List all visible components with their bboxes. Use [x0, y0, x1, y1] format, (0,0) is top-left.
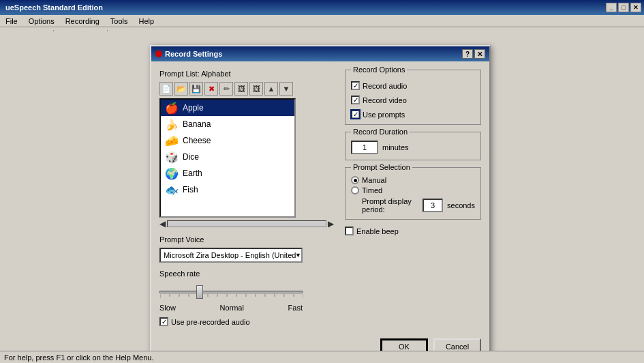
menu-options[interactable]: Options [26, 16, 57, 26]
record-audio-row: ✓ Record audio [351, 81, 475, 90]
list-item[interactable]: 🍎 Apple [161, 100, 294, 116]
list-img2-btn[interactable]: 🖼 [249, 82, 263, 96]
record-options-group: Record Options ✓ Record audio ✓ Record v… [345, 70, 481, 125]
item-icon-fish: 🐟 [165, 183, 179, 197]
menu-tools[interactable]: Tools [108, 16, 131, 26]
timed-row: Timed [351, 186, 475, 194]
list-toolbar: 📄 📂 💾 ✖ ✏ 🖼 🖼 ▲ ▼ [159, 82, 334, 96]
prompt-selection-title: Prompt Selection [351, 163, 412, 171]
duration-input[interactable] [351, 141, 378, 154]
speech-rate-section: Speech rate [159, 270, 334, 312]
period-label: Prompt display period: [362, 197, 418, 214]
dialog-title: Record Settings [165, 50, 222, 58]
record-audio-checkbox[interactable]: ✓ [351, 81, 360, 90]
main-content: Record Settings ? ✕ Prompt List: Alphabe… [0, 31, 644, 351]
use-prompts-checkbox[interactable]: ✓ [351, 110, 360, 119]
prompt-voice-label: Prompt Voice [159, 235, 334, 244]
right-panel: Record Options ✓ Record audio ✓ Record v… [345, 70, 481, 326]
record-duration-content: minutes [351, 141, 475, 154]
list-down-btn[interactable]: ▼ [279, 82, 293, 96]
prompt-selection-content: Manual Timed Prompt display period: seco… [351, 176, 475, 214]
close-app-button[interactable]: ✕ [630, 3, 641, 12]
list-delete-btn[interactable]: ✖ [204, 82, 218, 96]
list-edit-btn[interactable]: ✏ [219, 82, 233, 96]
enable-beep-row: Enable beep [345, 227, 481, 235]
record-video-checkbox[interactable]: ✓ [351, 96, 360, 104]
slider-track [159, 291, 303, 293]
slider-ticks [160, 294, 303, 301]
item-label: Fish [183, 185, 198, 194]
enable-beep-label: Enable beep [356, 227, 399, 235]
prompt-list-label: Prompt List: Alphabet [159, 70, 334, 78]
period-row: Prompt display period: seconds [362, 197, 475, 214]
prerecorded-label: Use pre-recorded audio [171, 318, 250, 326]
title-bar-controls: _ □ ✕ [606, 3, 641, 12]
list-left-arrow[interactable]: ◀ [159, 219, 166, 229]
item-icon-cheese: 🧀 [165, 134, 179, 147]
record-settings-dialog: Record Settings ? ✕ Prompt List: Alphabe… [150, 45, 491, 362]
app-title: ueSpeech Standard Edition [3, 3, 103, 12]
menu-file[interactable]: File [3, 16, 20, 26]
slider-labels: Slow Normal Fast [159, 304, 303, 312]
item-icon-banana: 🍌 [165, 117, 179, 131]
prerecorded-checkbox[interactable]: ✓ [159, 317, 168, 326]
item-label: Dice [183, 152, 199, 162]
maximize-button[interactable]: □ [618, 3, 629, 12]
speech-rate-thumb[interactable] [196, 285, 203, 299]
dialog-body: Prompt List: Alphabet 📄 📂 💾 ✖ ✏ 🖼 🖼 ▲ ▼ [151, 61, 489, 334]
list-new-btn[interactable]: 📄 [159, 82, 173, 96]
speech-rate-slider-container [159, 282, 303, 302]
record-options-content: ✓ Record audio ✓ Record video ✓ Use prom… [351, 81, 475, 119]
menu-help[interactable]: Help [136, 16, 157, 26]
list-image-btn[interactable]: 🖼 [234, 82, 248, 96]
enable-beep-checkbox[interactable] [345, 227, 354, 235]
item-label: Apple [183, 103, 204, 113]
duration-unit: minutes [382, 143, 409, 151]
period-input[interactable] [423, 199, 443, 212]
duration-row: minutes [351, 141, 475, 154]
item-icon-dice: 🎲 [165, 150, 179, 164]
list-item[interactable]: 🌍 Earth [161, 165, 294, 182]
list-right-arrow[interactable]: ▶ [328, 219, 334, 229]
list-item[interactable]: 🍌 Banana [161, 116, 294, 132]
left-panel: Prompt List: Alphabet 📄 📂 💾 ✖ ✏ 🖼 🖼 ▲ ▼ [159, 70, 334, 326]
list-nav: ◀ ▶ [159, 219, 334, 229]
dialog-close-button[interactable]: ✕ [474, 49, 485, 59]
record-video-label: Record video [363, 96, 407, 104]
manual-radio[interactable] [351, 176, 359, 184]
list-open-btn[interactable]: 📂 [174, 82, 188, 96]
minimize-button[interactable]: _ [606, 3, 617, 12]
dialog-help-button[interactable]: ? [462, 49, 473, 59]
list-item[interactable]: 🐟 Fish [161, 182, 294, 198]
speech-rate-label: Speech rate [159, 270, 334, 278]
item-label: Earth [183, 169, 202, 178]
list-save-btn[interactable]: 💾 [189, 82, 203, 96]
menu-recording[interactable]: Recording [63, 16, 102, 26]
timed-radio[interactable] [351, 186, 359, 194]
slider-fast-label: Fast [288, 304, 303, 312]
voice-select[interactable]: Microsoft Zira Desktop - English (United… [159, 248, 303, 263]
item-icon-apple: 🍎 [165, 101, 179, 115]
list-item[interactable]: 🎲 Dice [161, 149, 294, 165]
item-label: Cheese [183, 136, 211, 145]
menu-bar: File Options Recording Tools Help [0, 15, 644, 27]
record-video-row: ✓ Record video [351, 96, 475, 104]
prompt-listbox[interactable]: 🍎 Apple 🍌 Banana 🧀 Cheese 🎲 Dice [159, 98, 296, 218]
manual-label: Manual [362, 176, 386, 184]
item-icon-earth: 🌍 [165, 166, 179, 180]
status-bar: For help, press F1 or click on the Help … [0, 351, 644, 363]
use-prompts-row: ✓ Use prompts [351, 110, 475, 119]
manual-row: Manual [351, 176, 475, 184]
slider-slow-label: Slow [159, 304, 176, 312]
record-audio-label: Record audio [363, 82, 407, 90]
status-text: For help, press F1 or click on the Help … [4, 353, 153, 362]
record-duration-title: Record Duration [351, 128, 410, 136]
prompt-selection-group: Prompt Selection Manual Timed Prompt dis… [345, 167, 481, 220]
app-title-bar: ueSpeech Standard Edition _ □ ✕ [0, 0, 644, 15]
list-item[interactable]: 🧀 Cheese [161, 132, 294, 149]
dialog-title-bar: Record Settings ? ✕ [151, 46, 489, 61]
list-up-btn[interactable]: ▲ [264, 82, 278, 96]
timed-label: Timed [362, 186, 382, 194]
item-label: Banana [183, 119, 211, 129]
record-options-title: Record Options [351, 66, 407, 74]
